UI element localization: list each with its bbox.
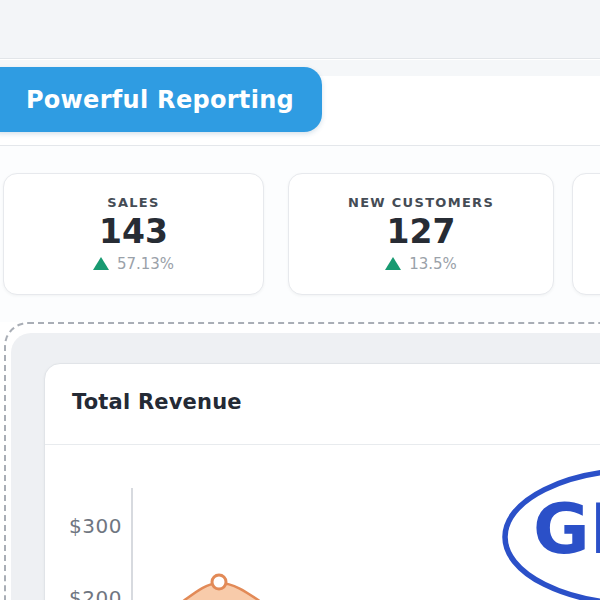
y-tick-300: $300 xyxy=(69,514,122,538)
stat-card-new-customers: NEW CUSTOMERS 127 13.5% xyxy=(288,173,554,295)
card-header-divider xyxy=(45,444,600,445)
tab-label: Powerful Reporting xyxy=(12,86,294,114)
stat-label: SALES xyxy=(107,195,159,210)
trend-up-icon xyxy=(385,257,401,270)
stat-delta: 57.13% xyxy=(93,255,174,273)
delta-percentage: 13.5% xyxy=(409,255,457,273)
stat-card-cropped xyxy=(572,173,600,295)
stat-value: 143 xyxy=(99,213,168,251)
revenue-card-title: Total Revenue xyxy=(72,390,242,414)
stat-value: 127 xyxy=(387,213,456,251)
revenue-point-marker[interactable] xyxy=(212,575,226,589)
top-bar xyxy=(0,0,600,59)
delta-percentage: 57.13% xyxy=(117,255,174,273)
powerful-reporting-tab[interactable]: Powerful Reporting xyxy=(0,67,322,132)
stat-label: NEW CUSTOMERS xyxy=(348,195,494,210)
trend-up-icon xyxy=(93,257,109,270)
y-axis-line xyxy=(131,488,133,600)
stat-card-sales: SALES 143 57.13% xyxy=(3,173,264,295)
total-revenue-card: Total Revenue $300 $200 xyxy=(44,363,600,600)
stat-delta: 13.5% xyxy=(385,255,457,273)
y-tick-200: $200 xyxy=(69,586,122,600)
